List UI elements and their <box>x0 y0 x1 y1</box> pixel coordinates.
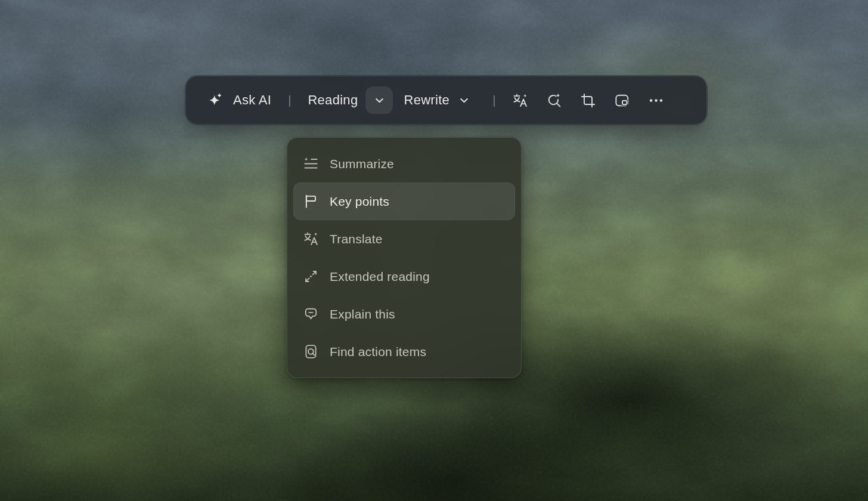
menu-item-label: Explain this <box>330 307 395 321</box>
menu-item-label: Key points <box>330 194 389 209</box>
menu-item-label: Find action items <box>330 345 426 359</box>
ask-ai-label: Ask AI <box>233 92 271 108</box>
translate-sparkle-icon <box>303 231 319 247</box>
more-options-button[interactable] <box>648 92 664 109</box>
picture-in-picture-icon <box>614 92 630 109</box>
ask-ai-button[interactable]: Ask AI <box>206 91 271 109</box>
reading-dropdown-menu: Summarize Key points Translate <box>287 137 522 378</box>
chevron-down-icon <box>372 93 387 108</box>
reading-dropdown-button[interactable] <box>365 86 393 114</box>
toolbar-action-icons <box>512 92 664 109</box>
document-search-icon <box>303 344 319 360</box>
toolbar-divider: | <box>288 94 291 107</box>
more-ellipsis-icon <box>648 92 664 109</box>
translate-sparkle-icon <box>512 92 528 109</box>
translate-button[interactable] <box>512 92 528 109</box>
menu-item-extended-reading[interactable]: Extended reading <box>293 258 515 295</box>
chat-bubble-icon <box>303 306 319 322</box>
picture-in-picture-button[interactable] <box>614 92 630 109</box>
summarize-icon <box>303 156 319 172</box>
ai-toolbar: Ask AI | Reading Rewrite | <box>185 76 707 125</box>
chevron-down-icon <box>457 93 472 108</box>
sparkles-icon <box>206 91 224 109</box>
menu-item-label: Summarize <box>330 157 394 171</box>
flag-icon <box>303 193 319 209</box>
search-sparkle-icon <box>546 92 562 109</box>
reading-menu-label[interactable]: Reading <box>308 92 358 108</box>
menu-item-key-points[interactable]: Key points <box>293 183 515 220</box>
menu-item-summarize[interactable]: Summarize <box>293 145 515 183</box>
menu-item-label: Extended reading <box>330 270 430 284</box>
rewrite-menu-label[interactable]: Rewrite <box>404 92 450 108</box>
expand-arrows-icon <box>303 268 319 284</box>
menu-item-label: Translate <box>330 232 383 246</box>
crop-button[interactable] <box>580 92 596 109</box>
toolbar-divider: | <box>492 94 495 107</box>
rewrite-dropdown-button[interactable] <box>452 86 476 114</box>
menu-item-find-action-items[interactable]: Find action items <box>293 333 515 370</box>
menu-item-translate[interactable]: Translate <box>293 220 515 258</box>
ai-search-button[interactable] <box>546 92 562 109</box>
crop-icon <box>580 92 596 109</box>
menu-item-explain-this[interactable]: Explain this <box>293 295 515 333</box>
